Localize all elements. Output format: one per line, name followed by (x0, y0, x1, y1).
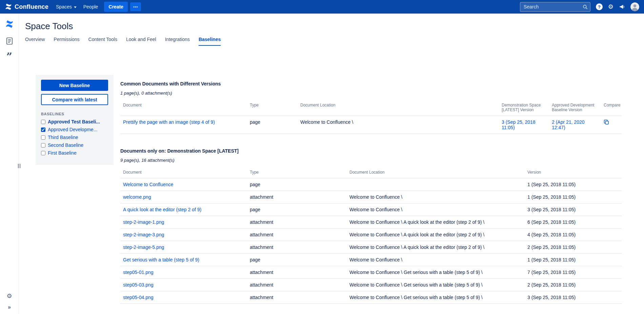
pages-icon[interactable] (6, 37, 13, 45)
baseline-link[interactable]: Approved Developme... (48, 127, 97, 132)
space-logo-icon[interactable] (5, 20, 14, 28)
document-link[interactable]: step-2-image-1.png (123, 219, 164, 225)
col-compare: Compare (601, 101, 622, 116)
document-link[interactable]: Welcome to Confluence (123, 182, 173, 187)
doc-location: Welcome to Confluence \ (298, 116, 499, 134)
top-navbar: Confluence Spaces People Create ••• ? ⚙ (0, 0, 644, 14)
doc-location: Welcome to Confluence \ (347, 254, 525, 266)
brand-name: Confluence (15, 3, 48, 11)
baseline-link[interactable]: Approved Test Baseli... (48, 119, 100, 124)
doc-type: attachment (247, 279, 347, 291)
baseline-version-link[interactable]: 2 (Apr 21, 2020 12:47) (552, 119, 585, 130)
col-document: Document (120, 101, 247, 116)
tab-baselines[interactable]: Baselines (199, 37, 221, 46)
compare-with-latest-button[interactable]: Compare with latest (41, 94, 108, 105)
baselines-panel: New Baseline Compare with latest BASELIN… (36, 75, 114, 165)
space-settings-icon[interactable]: ⚙ (6, 293, 12, 299)
nav-item-people-label: People (83, 4, 98, 9)
nav-item-spaces[interactable]: Spaces (53, 2, 80, 12)
doc-version: 2 (Sep 25, 2018 11:05) (525, 279, 622, 291)
create-button[interactable]: Create (104, 2, 128, 12)
document-link[interactable]: A quick look at the editor (step 2 of 9) (123, 207, 201, 212)
common-docs-summary: 1 page(s), 0 attachment(s) (120, 91, 622, 96)
doc-version: 2 (Sep 25, 2018 11:05) (525, 241, 622, 254)
baseline-checkbox[interactable] (41, 143, 45, 148)
megaphone-icon[interactable] (619, 4, 625, 9)
document-link[interactable]: step05-01.png (123, 270, 154, 275)
table-header-row: Document Type Document Location Demonstr… (120, 101, 622, 116)
doc-version: 7 (Sep 25, 2018 11:05) (525, 266, 622, 279)
more-button[interactable]: ••• (130, 2, 141, 11)
expand-sidebar-icon[interactable]: » (8, 305, 11, 310)
tab-integrations[interactable]: Integrations (165, 37, 190, 46)
tab-overview[interactable]: Overview (25, 37, 45, 46)
col-latest-version: Demonstration Space [LATEST] Version (499, 101, 549, 116)
col-document-location: Document Location (347, 168, 525, 178)
latest-docs-summary: 9 page(s), 16 attachment(s) (120, 158, 622, 163)
doc-location: Welcome to Confluence \ Get serious with… (347, 279, 525, 291)
space-tabs: OverviewPermissionsContent ToolsLook and… (25, 37, 644, 46)
search-input[interactable] (520, 2, 590, 12)
baseline-item: Second Baseline (41, 142, 108, 148)
table-row: welcome.pngattachmentWelcome to Confluen… (120, 191, 622, 203)
baseline-checkbox[interactable] (41, 135, 45, 140)
table-row: step-2-image-1.pngattachmentWelcome to C… (120, 216, 622, 229)
user-avatar[interactable] (630, 2, 639, 11)
new-baseline-button[interactable]: New Baseline (41, 80, 108, 91)
baseline-checkbox[interactable] (41, 151, 45, 155)
baseline-item: Approved Developme... (41, 127, 108, 132)
nav-item-people[interactable]: People (80, 2, 102, 12)
common-docs-tbody: Prettify the page with an image (step 4 … (120, 116, 622, 134)
latest-version-link[interactable]: 3 (Sep 25, 2018 11:05) (502, 119, 536, 130)
confluence-logo-icon (5, 3, 12, 11)
latest-docs-title: Documents only on: Demonstration Space [… (120, 148, 622, 154)
sidebar-bottom: ⚙ » (6, 293, 12, 310)
help-icon[interactable]: ? (596, 3, 603, 10)
baseline-link[interactable]: Third Baseline (48, 135, 78, 140)
baseline-link[interactable]: Second Baseline (48, 142, 83, 148)
blog-quote-icon[interactable]: ” (6, 54, 12, 60)
doc-version: 3 (Sep 25, 2018 11:05) (525, 203, 622, 216)
confluence-brand[interactable]: Confluence (5, 3, 48, 11)
document-link[interactable]: step-2-image-5.png (123, 244, 164, 250)
document-link[interactable]: Get serious with a table (step 5 of 9) (123, 257, 199, 262)
doc-type: attachment (247, 216, 347, 229)
col-type: Type (247, 101, 298, 116)
baseline-checkbox[interactable] (41, 127, 45, 132)
search-box (520, 2, 590, 12)
table-row: A quick look at the editor (step 2 of 9)… (120, 203, 622, 216)
baseline-link[interactable]: First Baseline (48, 150, 77, 156)
compare-icon[interactable] (604, 119, 609, 125)
doc-type: page (247, 203, 347, 216)
tab-permissions[interactable]: Permissions (54, 37, 79, 46)
settings-icon[interactable]: ⚙ (608, 4, 613, 10)
document-link[interactable]: step05-03.png (123, 282, 154, 288)
doc-location: Welcome to Confluence \ (347, 191, 525, 203)
tab-content-tools[interactable]: Content Tools (88, 37, 117, 46)
table-row: Prettify the page with an image (step 4 … (120, 116, 622, 134)
sidebar-resize-grip[interactable] (18, 164, 20, 168)
documents-section: Common Documents with Different Versions… (120, 75, 622, 304)
search-icon[interactable] (583, 4, 588, 11)
baseline-list: Approved Test Baseli...Approved Developm… (41, 119, 108, 156)
col-type: Type (247, 168, 347, 178)
chevron-down-icon (74, 6, 77, 8)
document-link[interactable]: Prettify the page with an image (step 4 … (123, 119, 215, 125)
document-link[interactable]: welcome.png (123, 194, 151, 200)
doc-location: Welcome to Confluence \ A quick look at … (347, 229, 525, 241)
baseline-item: Approved Test Baseli... (41, 119, 108, 124)
table-header-row: Document Type Document Location Version (120, 168, 622, 178)
doc-version: 3 (Sep 25, 2018 11:05) (525, 291, 622, 304)
doc-version: 4 (Sep 25, 2018 11:05) (525, 229, 622, 241)
doc-location (347, 178, 525, 191)
doc-type: attachment (247, 241, 347, 254)
document-link[interactable]: step-2-image-3.png (123, 232, 164, 237)
latest-docs-table: Document Type Document Location Version … (120, 168, 622, 304)
doc-version: 6 (Sep 25, 2018 11:05) (525, 216, 622, 229)
doc-location: Welcome to Confluence \ (347, 203, 525, 216)
baseline-checkbox[interactable] (41, 120, 45, 124)
table-row: step05-03.pngattachmentWelcome to Conflu… (120, 279, 622, 291)
document-link[interactable]: step05-04.png (123, 295, 154, 300)
tab-look-and-feel[interactable]: Look and Feel (126, 37, 156, 46)
col-baseline-version: Approved Development Baseline Version (549, 101, 601, 116)
